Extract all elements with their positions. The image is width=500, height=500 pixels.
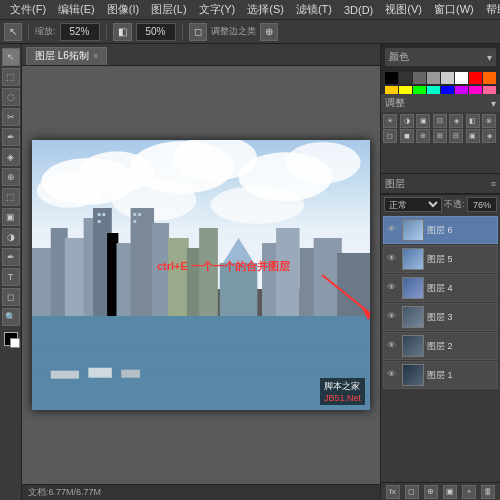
tool-zoom[interactable]: 🔍 xyxy=(2,308,20,326)
color-swatch[interactable] xyxy=(441,72,454,84)
canvas-area: 图层 L6拓制 × xyxy=(22,44,380,500)
tool-clone[interactable]: ⊕ xyxy=(2,168,20,186)
foreground-color[interactable] xyxy=(4,332,18,346)
layer-visibility-icon[interactable]: 👁 xyxy=(387,311,399,323)
color-swatch[interactable] xyxy=(469,72,482,84)
tab-close-btn[interactable]: × xyxy=(93,51,98,61)
tool-crop[interactable]: ✂ xyxy=(2,108,20,126)
blend-mode-select[interactable]: 正常 xyxy=(384,197,442,212)
canvas-tab[interactable]: 图层 L6拓制 × xyxy=(26,47,107,65)
menu-view[interactable]: 视图(V) xyxy=(379,2,428,17)
tool-brush[interactable]: ◈ xyxy=(2,148,20,166)
layer-item[interactable]: 👁 图层 5 xyxy=(383,245,498,273)
adjustments-panel-header[interactable]: 调整 ▾ xyxy=(381,94,500,112)
image-canvas: ctrl+E 一个一个的合并图层 脚本之家 JB51.Net xyxy=(32,140,370,410)
tool-text[interactable]: T xyxy=(2,268,20,286)
layer-visibility-icon[interactable]: 👁 xyxy=(387,224,399,236)
toolbar-extra-btn[interactable]: ◻ xyxy=(189,23,207,41)
tool-shape[interactable]: ◻ xyxy=(2,288,20,306)
tool-gradient[interactable]: ▣ xyxy=(2,208,20,226)
toolbar-arrow-btn[interactable]: ↖ xyxy=(4,23,22,41)
layers-menu-btn[interactable]: ≡ xyxy=(491,179,496,189)
toolbar-options-btn[interactable]: ⊕ xyxy=(260,23,278,41)
color-swatch[interactable] xyxy=(455,72,468,84)
color-panel-arrow: ▾ xyxy=(487,52,492,63)
menu-edit[interactable]: 编辑(E) xyxy=(52,2,101,17)
layer-visibility-icon[interactable]: 👁 xyxy=(387,340,399,352)
color-swatch[interactable] xyxy=(483,72,496,84)
adj-color-balance[interactable]: ⊗ xyxy=(482,114,496,128)
add-style-btn[interactable]: fx xyxy=(386,485,400,499)
tool-dodge[interactable]: ◑ xyxy=(2,228,20,246)
svg-rect-20 xyxy=(65,238,86,316)
toolbar-sep-3 xyxy=(182,24,183,40)
svg-rect-42 xyxy=(133,220,136,223)
layers-bottom-bar: fx ◻ ⊕ ▣ + 🗑 xyxy=(381,482,500,500)
tool-eraser[interactable]: ⬚ xyxy=(2,188,20,206)
tool-move[interactable]: ↖ xyxy=(2,48,20,66)
menu-text[interactable]: 文字(Y) xyxy=(193,2,242,17)
layer-item[interactable]: 👁 图层 2 xyxy=(383,332,498,360)
adj-posterize[interactable]: ▣ xyxy=(466,129,480,143)
toolbar-view-btn[interactable]: ◧ xyxy=(113,23,132,41)
svg-rect-41 xyxy=(138,213,141,216)
menu-file[interactable]: 文件(F) xyxy=(4,2,52,17)
color-swatch[interactable] xyxy=(427,72,440,84)
tool-lasso[interactable]: ◌ xyxy=(2,88,20,106)
svg-rect-33 xyxy=(276,228,299,316)
main-area: ↖ ⬚ ◌ ✂ ✒ ◈ ⊕ ⬚ ▣ ◑ ✒ T ◻ 🔍 图层 L6拓制 × xyxy=(0,44,500,500)
adj-exposure[interactable]: ⊡ xyxy=(433,114,447,128)
adj-threshold[interactable]: ◈ xyxy=(482,129,496,143)
menu-3d[interactable]: 3D(D) xyxy=(338,4,379,16)
delete-layer-btn[interactable]: 🗑 xyxy=(481,485,495,499)
tools-panel: ↖ ⬚ ◌ ✂ ✒ ◈ ⊕ ⬚ ▣ ◑ ✒ T ◻ 🔍 xyxy=(0,44,22,500)
layer-thumbnail xyxy=(402,306,424,328)
adj-photo-filter[interactable]: ◼ xyxy=(400,129,414,143)
right-panel: 颜色 ▾ xyxy=(380,44,500,500)
adj-brightness[interactable]: ☀ xyxy=(383,114,397,128)
add-adjustment-btn[interactable]: ⊕ xyxy=(424,485,438,499)
adjustments-arrow: ▾ xyxy=(491,98,496,109)
menu-layer[interactable]: 图层(L) xyxy=(145,2,192,17)
layer-item[interactable]: 👁 图层 1 xyxy=(383,361,498,389)
add-mask-btn[interactable]: ◻ xyxy=(405,485,419,499)
adj-levels[interactable]: ◑ xyxy=(400,114,414,128)
layer-visibility-icon[interactable]: 👁 xyxy=(387,369,399,381)
color-swatch[interactable] xyxy=(385,72,398,84)
adjustments-panel: 调整 ▾ ☀ ◑ ▣ ⊡ ◈ ◧ ⊗ ◻ ◼ ⊕ ⊞ ⊟ ▣ ◈ xyxy=(381,94,500,174)
menu-filter[interactable]: 滤镜(T) xyxy=(290,2,338,17)
menu-window[interactable]: 窗口(W) xyxy=(428,2,480,17)
adj-vibrance[interactable]: ◈ xyxy=(449,114,463,128)
layer-thumbnail xyxy=(402,248,424,270)
adj-bw[interactable]: ◻ xyxy=(383,129,397,143)
menu-select[interactable]: 选择(S) xyxy=(241,2,290,17)
zoom-input[interactable] xyxy=(60,23,100,41)
layer-item[interactable]: 👁 图层 4 xyxy=(383,274,498,302)
size-input[interactable] xyxy=(136,23,176,41)
color-row-1 xyxy=(385,72,496,84)
layer-item[interactable]: 👁 图层 3 xyxy=(383,303,498,331)
canvas-content[interactable]: ctrl+E 一个一个的合并图层 脚本之家 JB51.Net xyxy=(22,66,380,484)
adj-curves[interactable]: ▣ xyxy=(416,114,430,128)
layer-item[interactable]: 👁 图层 6 xyxy=(383,216,498,244)
color-panel-header[interactable]: 颜色 ▾ xyxy=(385,48,496,66)
tool-eyedropper[interactable]: ✒ xyxy=(2,128,20,146)
new-layer-btn[interactable]: + xyxy=(462,485,476,499)
background-color[interactable] xyxy=(10,338,20,348)
adj-channel-mixer[interactable]: ⊕ xyxy=(416,129,430,143)
tool-pen[interactable]: ✒ xyxy=(2,248,20,266)
adj-color-lookup[interactable]: ⊞ xyxy=(433,129,447,143)
adj-invert[interactable]: ⊟ xyxy=(449,129,463,143)
opacity-input[interactable] xyxy=(467,197,497,212)
tool-select-rect[interactable]: ⬚ xyxy=(2,68,20,86)
svg-rect-40 xyxy=(133,213,136,216)
color-swatch[interactable] xyxy=(413,72,426,84)
menu-image[interactable]: 图像(I) xyxy=(101,2,145,17)
new-group-btn[interactable]: ▣ xyxy=(443,485,457,499)
color-swatch[interactable] xyxy=(399,72,412,84)
adj-hsl[interactable]: ◧ xyxy=(466,114,480,128)
menu-help[interactable]: 帮助(H) xyxy=(480,2,500,17)
color-swatches-panel: 颜色 ▾ xyxy=(381,44,500,94)
layer-visibility-icon[interactable]: 👁 xyxy=(387,282,399,294)
layer-visibility-icon[interactable]: 👁 xyxy=(387,253,399,265)
